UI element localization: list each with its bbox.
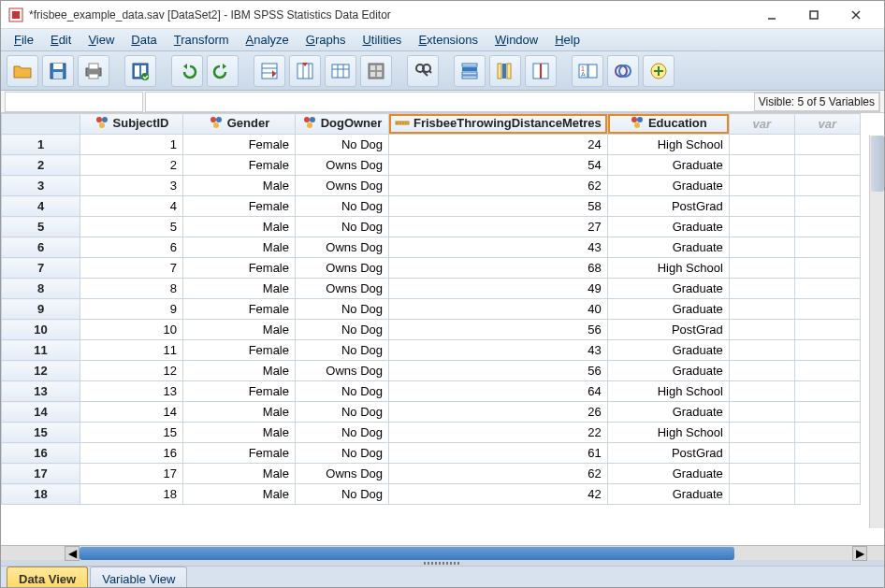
customize-button[interactable] [643, 55, 675, 87]
cell[interactable]: 42 [389, 484, 608, 505]
cell[interactable]: 64 [389, 381, 608, 402]
cell[interactable] [794, 423, 860, 443]
cell[interactable]: 15 [80, 423, 183, 443]
cell[interactable]: Graduate [607, 340, 729, 361]
cell[interactable]: Male [183, 361, 296, 381]
menu-edit[interactable]: Edit [43, 30, 79, 50]
cell[interactable]: Graduate [607, 484, 729, 505]
tab-variable-view[interactable]: Variable View [90, 566, 187, 588]
cell[interactable]: Male [183, 217, 296, 237]
table-row[interactable]: 66MaleOwns Dog43Graduate [2, 237, 861, 258]
recall-dialog-button[interactable] [124, 55, 156, 87]
row-header[interactable]: 7 [2, 258, 80, 279]
row-header[interactable]: 3 [2, 176, 80, 196]
cell[interactable]: Graduate [607, 464, 729, 484]
cell[interactable]: Female [183, 340, 296, 361]
cell[interactable] [729, 176, 794, 196]
row-header[interactable]: 11 [2, 340, 80, 361]
cell[interactable]: Female [183, 299, 296, 320]
cell[interactable]: High School [607, 423, 729, 443]
row-header[interactable]: 17 [2, 464, 80, 484]
minimize-button[interactable] [750, 2, 792, 28]
cell[interactable]: Male [183, 237, 296, 258]
cell[interactable] [729, 464, 794, 484]
cell[interactable] [794, 155, 860, 176]
scroll-thumb[interactable] [80, 547, 734, 560]
cell[interactable] [794, 464, 860, 484]
cell[interactable] [794, 279, 860, 299]
cell[interactable]: 10 [80, 320, 183, 340]
cell[interactable]: No Dog [296, 135, 389, 155]
cell[interactable] [729, 135, 794, 155]
row-header[interactable]: 18 [2, 484, 80, 505]
cell[interactable]: No Dog [296, 196, 389, 217]
cell[interactable] [794, 340, 860, 361]
cell[interactable]: 7 [80, 258, 183, 279]
cell[interactable]: 43 [389, 237, 608, 258]
cell-reference-box[interactable] [5, 92, 143, 112]
cell[interactable]: 56 [389, 320, 608, 340]
menu-extensions[interactable]: Extensions [411, 30, 486, 50]
row-header[interactable]: 13 [2, 381, 80, 402]
menu-data[interactable]: Data [123, 30, 164, 50]
cell[interactable] [729, 299, 794, 320]
cell[interactable]: Female [183, 258, 296, 279]
row-header[interactable]: 15 [2, 423, 80, 443]
horizontal-scrollbar[interactable]: ◀ ▶ [1, 545, 884, 560]
cell[interactable]: Male [183, 279, 296, 299]
row-header[interactable]: 9 [2, 299, 80, 320]
table-row[interactable]: 1313FemaleNo Dog64High School [2, 381, 861, 402]
cell[interactable]: 9 [80, 299, 183, 320]
scroll-left-icon[interactable]: ◀ [65, 546, 80, 561]
goto-case-button[interactable] [254, 55, 285, 87]
cell[interactable]: PostGrad [607, 320, 729, 340]
cell[interactable]: 56 [389, 361, 608, 381]
cell[interactable]: 2 [80, 155, 183, 176]
menu-view[interactable]: View [80, 30, 122, 50]
cell[interactable]: 40 [389, 299, 608, 320]
cell[interactable]: Male [183, 176, 296, 196]
cell[interactable] [729, 155, 794, 176]
table-row[interactable]: 77FemaleOwns Dog68High School [2, 258, 861, 279]
cell[interactable]: Male [183, 402, 296, 423]
row-header[interactable]: 1 [2, 135, 80, 155]
cell[interactable] [729, 423, 794, 443]
menu-file[interactable]: File [7, 30, 41, 50]
cell[interactable]: No Dog [296, 484, 389, 505]
cell[interactable] [729, 258, 794, 279]
cell[interactable]: No Dog [296, 423, 389, 443]
cell[interactable]: No Dog [296, 320, 389, 340]
cell[interactable] [729, 320, 794, 340]
cell[interactable]: Graduate [607, 176, 729, 196]
row-header[interactable]: 6 [2, 237, 80, 258]
table-row[interactable]: 33MaleOwns Dog62Graduate [2, 176, 861, 196]
cell[interactable]: 58 [389, 196, 608, 217]
table-row[interactable]: 88MaleOwns Dog49Graduate [2, 279, 861, 299]
cell[interactable]: Owns Dog [296, 279, 389, 299]
cell[interactable] [729, 340, 794, 361]
run-descriptives-button[interactable] [360, 55, 392, 87]
insert-cases-button[interactable] [454, 55, 486, 87]
cell[interactable]: Female [183, 155, 296, 176]
table-row[interactable]: 1414MaleNo Dog26Graduate [2, 402, 861, 423]
cell[interactable] [729, 381, 794, 402]
cell[interactable]: PostGrad [607, 196, 729, 217]
cell[interactable] [794, 217, 860, 237]
menu-analyze[interactable]: Analyze [239, 30, 297, 50]
menu-help[interactable]: Help [547, 30, 588, 50]
table-row[interactable]: 1818MaleNo Dog42Graduate [2, 484, 861, 505]
scroll-right-icon[interactable]: ▶ [852, 546, 867, 561]
cell[interactable]: No Dog [296, 402, 389, 423]
maximize-button[interactable] [792, 2, 834, 28]
cell[interactable]: 1 [80, 135, 183, 155]
cell[interactable]: 62 [389, 464, 608, 484]
cell[interactable] [729, 279, 794, 299]
data-grid[interactable]: SubjectIDGenderDogOwnerFrisbeeThrowingDi… [1, 113, 861, 505]
find-button[interactable] [407, 55, 439, 87]
cell[interactable]: High School [607, 381, 729, 402]
cell[interactable]: 14 [80, 402, 183, 423]
close-button[interactable] [834, 2, 877, 28]
cell[interactable]: 43 [389, 340, 608, 361]
column-header-dogowner[interactable]: DogOwner [296, 114, 389, 135]
cell[interactable] [794, 381, 860, 402]
